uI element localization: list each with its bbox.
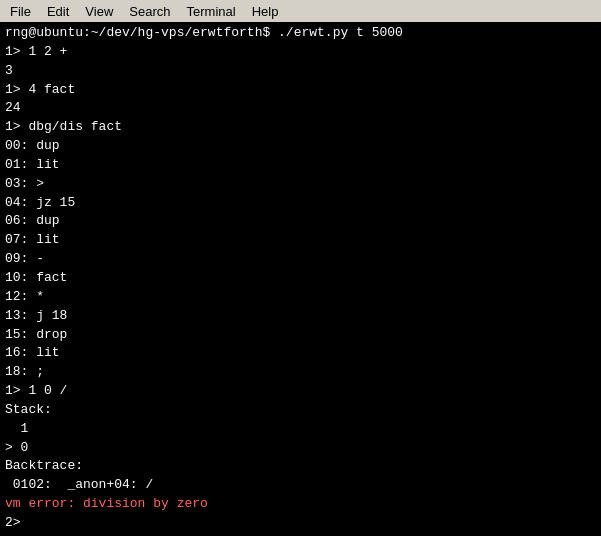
- terminal-line: vm error: division by zero: [5, 495, 596, 514]
- menu-item-edit[interactable]: Edit: [39, 2, 77, 21]
- terminal-line: 09: -: [5, 250, 596, 269]
- menu-item-terminal[interactable]: Terminal: [179, 2, 244, 21]
- terminal-line: 1> 1 2 +: [5, 43, 596, 62]
- terminal-line: 06: dup: [5, 212, 596, 231]
- menu-item-view[interactable]: View: [77, 2, 121, 21]
- terminal-line: 2>: [5, 514, 596, 533]
- menu-item-file[interactable]: File: [2, 2, 39, 21]
- terminal-line: 12: *: [5, 288, 596, 307]
- terminal-line: 10: fact: [5, 269, 596, 288]
- terminal-line: 00: dup: [5, 137, 596, 156]
- terminal-line: 13: j 18: [5, 307, 596, 326]
- terminal-line: 3: [5, 62, 596, 81]
- terminal-line: Backtrace:: [5, 457, 596, 476]
- terminal-output[interactable]: rng@ubuntu:~/dev/hg-vps/erwtforth$ ./erw…: [0, 22, 601, 536]
- terminal-line: 03: >: [5, 175, 596, 194]
- menu-item-help[interactable]: Help: [244, 2, 287, 21]
- terminal-line: 1: [5, 420, 596, 439]
- terminal-line: 24: [5, 99, 596, 118]
- terminal-line: > 0: [5, 439, 596, 458]
- terminal-line: 04: jz 15: [5, 194, 596, 213]
- terminal-line: 15: drop: [5, 326, 596, 345]
- menubar: FileEditViewSearchTerminalHelp: [0, 0, 601, 22]
- terminal-line: 1> 1 0 /: [5, 382, 596, 401]
- terminal-line: 1> dbg/dis fact: [5, 118, 596, 137]
- terminal-line: 07: lit: [5, 231, 596, 250]
- terminal-line: 0102: _anon+04: /: [5, 476, 596, 495]
- terminal-line: 18: ;: [5, 363, 596, 382]
- terminal-line: Stack:: [5, 401, 596, 420]
- terminal-line: 01: lit: [5, 156, 596, 175]
- terminal-line: 16: lit: [5, 344, 596, 363]
- menu-item-search[interactable]: Search: [121, 2, 178, 21]
- terminal-line: 1> 4 fact: [5, 81, 596, 100]
- terminal-line: rng@ubuntu:~/dev/hg-vps/erwtforth$ ./erw…: [5, 24, 596, 43]
